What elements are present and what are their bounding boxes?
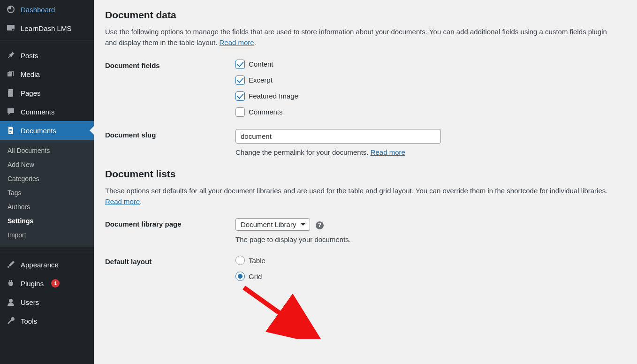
sidebar-separator (0, 40, 94, 43)
checkbox-label: Excerpt (249, 76, 273, 84)
row-label: Document slug (105, 129, 235, 139)
sidebar-item-label: Posts (21, 52, 38, 60)
submenu-item-categories[interactable]: Categories (0, 172, 94, 186)
row-document-library-page: Document library page Document Library ?… (105, 218, 626, 243)
plug-icon (6, 278, 16, 288)
svg-line-6 (244, 288, 310, 334)
annotation-arrow (239, 283, 324, 339)
punct: . (254, 38, 256, 46)
sidebar-item-tools[interactable]: Tools (0, 311, 94, 330)
sidebar-item-label: Dashboard (21, 6, 55, 14)
svg-point-5 (9, 299, 13, 303)
page-icon (6, 88, 16, 98)
section-desc-document-data: Use the following options to manage the … (105, 26, 614, 48)
radio-row-grid[interactable]: Grid (235, 272, 626, 281)
read-more-link[interactable]: Read more (105, 197, 140, 205)
pin-icon (6, 50, 16, 61)
svg-point-1 (12, 29, 15, 31)
checkbox-comments[interactable] (235, 107, 245, 117)
row-document-slug: Document slug Change the permalink for y… (105, 129, 626, 156)
sidebar-item-documents[interactable]: Documents (0, 121, 94, 140)
sidebar-item-posts[interactable]: Posts (0, 46, 94, 65)
sidebar-item-learndash[interactable]: LearnDash LMS (0, 19, 94, 38)
checkbox-row-featured-image[interactable]: Featured Image (235, 91, 626, 101)
sidebar-item-label: LearnDash LMS (21, 24, 71, 32)
learndash-icon (6, 23, 16, 33)
row-label: Document library page (105, 218, 235, 228)
checkbox-featured-image[interactable] (235, 91, 245, 101)
row-field: Document Library ? The page to display y… (235, 218, 626, 243)
row-field: Content Excerpt Featured Image Comments (235, 60, 626, 117)
sidebar-item-comments[interactable]: Comments (0, 102, 94, 121)
radio-layout-grid[interactable] (235, 272, 245, 281)
checkbox-excerpt[interactable] (235, 76, 245, 85)
sidebar-item-users[interactable]: Users (0, 293, 94, 311)
submenu-item-add-new[interactable]: Add New (0, 158, 94, 172)
user-icon (6, 297, 16, 307)
read-more-link[interactable]: Read more (220, 38, 254, 46)
section-title-document-lists: Document lists (105, 168, 626, 180)
row-document-fields: Document fields Content Excerpt Featured… (105, 60, 626, 117)
document-icon (6, 125, 16, 136)
sidebar-item-label: Tools (21, 317, 37, 325)
submenu-item-authors[interactable]: Authors (0, 200, 94, 214)
row-label: Document fields (105, 60, 235, 69)
submenu-item-all-documents[interactable]: All Documents (0, 144, 94, 158)
svg-rect-2 (8, 72, 12, 76)
sidebar-item-plugins[interactable]: Plugins 1 (0, 274, 94, 293)
help-icon[interactable]: ? (316, 221, 324, 229)
document-slug-input[interactable] (235, 129, 441, 144)
svg-point-3 (8, 73, 9, 74)
svg-point-4 (8, 266, 9, 268)
checkbox-content[interactable] (235, 60, 245, 69)
radio-row-table[interactable]: Table (235, 256, 626, 265)
section-desc-document-lists: These options set defaults for all your … (105, 185, 614, 207)
update-badge: 1 (51, 279, 60, 288)
field-help: Change the permalink for your documents.… (235, 148, 626, 156)
radio-label: Grid (249, 273, 262, 281)
sidebar-item-dashboard[interactable]: Dashboard (0, 0, 94, 19)
section-desc-text: These options set defaults for all your … (105, 187, 607, 195)
checkbox-label: Featured Image (249, 92, 298, 100)
settings-content: Document data Use the following options … (94, 0, 637, 364)
sidebar-item-appearance[interactable]: Appearance (0, 255, 94, 274)
dashboard-icon (6, 4, 16, 15)
document-library-page-select[interactable]: Document Library (235, 218, 310, 231)
submenu-item-import[interactable]: Import (0, 228, 94, 242)
checkbox-row-excerpt[interactable]: Excerpt (235, 76, 626, 85)
row-field: Change the permalink for your documents.… (235, 129, 626, 156)
field-help-text: Change the permalink for your documents. (235, 148, 371, 156)
admin-sidebar: Dashboard LearnDash LMS Posts Media Page… (0, 0, 94, 364)
brush-icon (6, 259, 16, 270)
checkbox-row-content[interactable]: Content (235, 60, 626, 69)
field-help: The page to display your documents. (235, 235, 626, 243)
sidebar-item-label: Plugins (21, 280, 44, 288)
sidebar-submenu-documents: All Documents Add New Categories Tags Au… (0, 140, 94, 247)
sidebar-item-label: Comments (21, 108, 55, 116)
radio-layout-table[interactable] (235, 256, 245, 265)
sidebar-item-media[interactable]: Media (0, 65, 94, 83)
wrench-icon (6, 316, 16, 326)
checkbox-row-comments[interactable]: Comments (235, 107, 626, 117)
submenu-item-tags[interactable]: Tags (0, 186, 94, 200)
sidebar-item-label: Media (21, 70, 40, 78)
sidebar-separator (0, 250, 94, 252)
section-desc-text: Use the following options to manage the … (105, 28, 607, 46)
checkbox-label: Content (249, 60, 273, 68)
read-more-link[interactable]: Read more (371, 148, 405, 156)
sidebar-item-label: Documents (21, 127, 56, 135)
sidebar-item-label: Pages (21, 89, 41, 97)
section-title-document-data: Document data (105, 9, 626, 21)
row-field: Table Grid (235, 256, 626, 288)
media-icon (6, 69, 16, 79)
submenu-item-settings[interactable]: Settings (0, 214, 94, 228)
checkbox-label: Comments (249, 108, 283, 116)
sidebar-item-label: Users (21, 298, 39, 306)
radio-label: Table (249, 257, 265, 265)
row-label: Default layout (105, 256, 235, 265)
sidebar-item-pages[interactable]: Pages (0, 83, 94, 102)
comment-icon (6, 106, 16, 117)
sidebar-item-label: Appearance (21, 261, 59, 269)
punct: . (140, 197, 142, 205)
row-default-layout: Default layout Table Grid (105, 256, 626, 288)
